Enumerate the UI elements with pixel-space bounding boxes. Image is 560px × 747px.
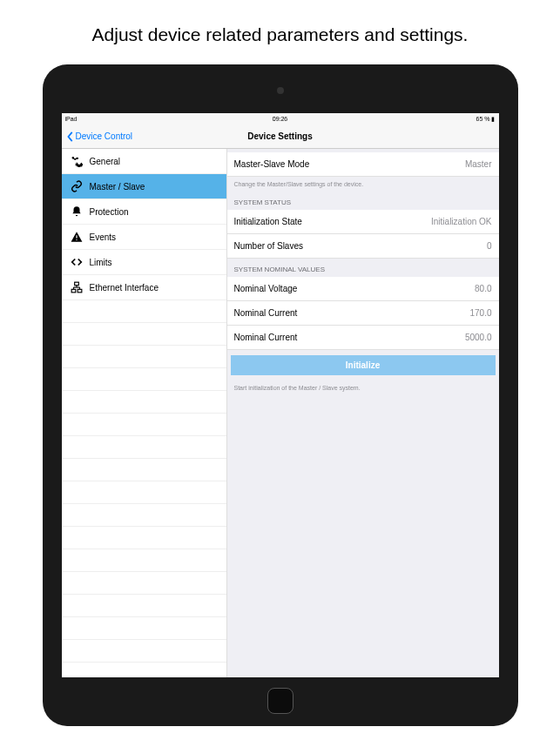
empty-row	[62, 414, 226, 436]
gears-icon	[69, 155, 84, 167]
empty-row	[62, 572, 226, 595]
ipad-camera	[277, 87, 284, 94]
sidebar-item-label: Protection	[90, 207, 129, 217]
network-icon	[69, 281, 84, 293]
row-nominal-voltage: Nominal Voltage 80.0	[227, 277, 499, 301]
row-value: Initialization OK	[431, 217, 491, 226]
row-label: Nominal Current	[234, 308, 298, 318]
back-button[interactable]: Device Control	[67, 131, 133, 142]
empty-row	[62, 504, 226, 527]
empty-row	[62, 346, 226, 368]
section-note: Change the Master/Slave settings of the …	[227, 177, 499, 192]
statusbar-battery: 65 % ▮	[476, 116, 496, 123]
section-header-nominal: SYSTEM NOMINAL VALUES	[227, 259, 499, 277]
link-icon	[69, 180, 84, 192]
empty-row	[62, 481, 226, 504]
empty-row	[62, 549, 226, 572]
sidebar-item-master-slave[interactable]: Master / Slave	[62, 174, 226, 199]
empty-row	[62, 300, 226, 323]
sidebar-item-general[interactable]: General	[62, 149, 226, 174]
row-label: Master-Slave Mode	[234, 159, 310, 169]
app-screen: iPad 09:26 65 % ▮ Device Control Device …	[62, 113, 499, 677]
empty-row	[62, 595, 226, 617]
page-title: Device Settings	[247, 131, 312, 141]
chevron-left-icon	[67, 131, 74, 142]
empty-row	[62, 617, 226, 640]
svg-rect-1	[71, 289, 76, 293]
ipad-frame: iPad 09:26 65 % ▮ Device Control Device …	[43, 64, 518, 726]
empty-row	[62, 391, 226, 414]
statusbar-time: 09:26	[273, 116, 288, 122]
navbar: Device Control Device Settings	[62, 124, 499, 149]
row-value: 0	[487, 241, 492, 251]
empty-row	[62, 323, 226, 346]
sidebar-item-label: Events	[90, 232, 117, 242]
empty-row	[62, 459, 226, 481]
statusbar: iPad 09:26 65 % ▮	[62, 113, 499, 124]
sidebar-item-limits[interactable]: Limits	[62, 250, 226, 275]
initialize-button[interactable]: Initialize	[231, 355, 496, 375]
row-label: Number of Slaves	[234, 241, 303, 251]
statusbar-carrier: iPad	[65, 116, 78, 122]
row-num-slaves: Number of Slaves 0	[227, 234, 499, 259]
sidebar-item-protection[interactable]: Protection	[62, 199, 226, 225]
row-master-slave-mode[interactable]: Master-Slave Mode Master	[227, 152, 499, 177]
empty-row	[62, 527, 226, 549]
row-value: 80.0	[475, 284, 491, 293]
ipad-home-button[interactable]	[267, 688, 293, 714]
empty-row	[62, 640, 226, 663]
row-value: Master	[465, 159, 492, 169]
row-value: 5000.0	[465, 333, 492, 342]
detail-pane: Master-Slave Mode Master Change the Mast…	[227, 149, 499, 677]
row-label: Initialization State	[234, 217, 302, 226]
row-label: Nominal Voltage	[234, 284, 298, 293]
sidebar-item-label: Limits	[90, 258, 112, 267]
sidebar-item-label: Master / Slave	[90, 182, 145, 192]
empty-row	[62, 436, 226, 459]
empty-row	[62, 368, 226, 391]
svg-rect-0	[74, 282, 78, 286]
row-value: 170.0	[469, 308, 491, 318]
section-note: Start initialization of the Master / Sla…	[227, 380, 499, 395]
sidebar-item-ethernet[interactable]: Ethernet Interface	[62, 275, 226, 300]
back-label: Device Control	[76, 131, 133, 141]
warning-icon	[69, 231, 84, 243]
sidebar: General Master / Slave Protection	[62, 149, 227, 677]
row-nominal-current-2: Nominal Current 5000.0	[227, 326, 499, 350]
sidebar-item-label: Ethernet Interface	[90, 283, 159, 293]
sidebar-item-events[interactable]: Events	[62, 225, 226, 250]
row-nominal-current-1: Nominal Current 170.0	[227, 301, 499, 326]
section-header-status: SYSTEM STATUS	[227, 192, 499, 210]
row-label: Nominal Current	[234, 333, 298, 342]
svg-rect-2	[78, 289, 82, 293]
row-init-state: Initialization State Initialization OK	[227, 210, 499, 234]
sidebar-item-label: General	[90, 157, 121, 166]
bell-icon	[69, 205, 84, 218]
promo-heading: Adjust device related parameters and set…	[0, 0, 560, 64]
code-brackets-icon	[69, 256, 84, 268]
